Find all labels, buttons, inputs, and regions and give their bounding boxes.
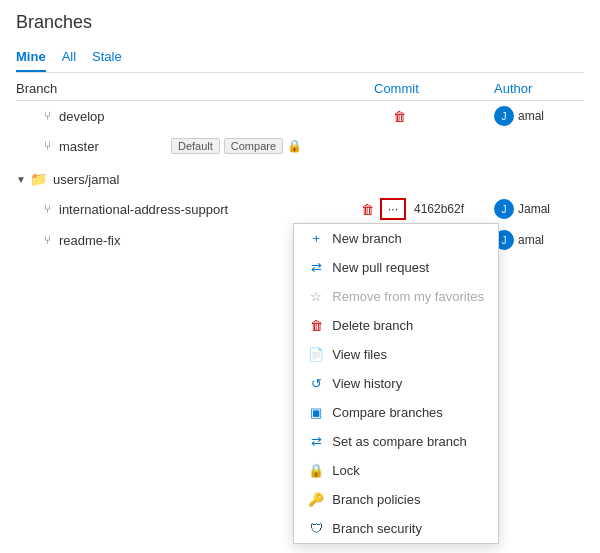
menu-label-branch-policies: Branch policies	[332, 492, 420, 507]
branch-name-international: international-address-support	[59, 202, 361, 217]
menu-label-remove-fav: Remove from my favorites	[332, 289, 484, 304]
branch-icon-develop: ⑂	[44, 109, 51, 123]
page-title: Branches	[16, 12, 584, 33]
menu-item-new-branch[interactable]: + New branch	[294, 224, 498, 253]
lock-icon: 🔒	[308, 463, 324, 478]
more-button-international[interactable]: ···	[380, 198, 406, 220]
remove-fav-icon: ☆	[308, 289, 324, 304]
menu-label-lock: Lock	[332, 463, 359, 478]
branch-group-users-jamal: ▼ 📁 users/jamal ⑂ international-address-…	[16, 165, 584, 255]
col-header-author: Author	[494, 81, 584, 96]
branch-row-master: ⑂ master Default Compare 🔒	[16, 131, 584, 161]
author-develop: J amal	[494, 106, 584, 126]
tab-mine[interactable]: Mine	[16, 43, 46, 72]
branches-page: Branches Mine All Stale Branch Commit Au…	[0, 0, 600, 267]
branch-name-develop: develop	[59, 109, 393, 124]
new-branch-icon: +	[308, 231, 324, 246]
col-header-commit: Commit	[374, 81, 494, 96]
branch-policies-icon: 🔑	[308, 492, 324, 507]
menu-item-new-pr[interactable]: ⇄ New pull request	[294, 253, 498, 282]
menu-label-new-branch: New branch	[332, 231, 401, 246]
branch-actions-develop: 🗑	[393, 109, 406, 124]
menu-item-set-compare[interactable]: ⇄ Set as compare branch	[294, 427, 498, 456]
author-name-readme-fix: amal	[518, 233, 544, 247]
tabs-bar: Mine All Stale	[16, 43, 584, 73]
delete-button-international[interactable]: 🗑	[361, 202, 374, 217]
branch-icon-master: ⑂	[44, 139, 51, 153]
branch-row-develop: ⑂ develop 🗑 J amal	[16, 101, 584, 131]
menu-item-delete-branch[interactable]: 🗑 Delete branch	[294, 311, 498, 340]
context-menu: + New branch ⇄ New pull request ☆ Remove…	[293, 223, 499, 544]
author-name-international: Jamal	[518, 202, 550, 216]
commit-international: 4162b62f	[414, 202, 494, 216]
menu-item-lock[interactable]: 🔒 Lock	[294, 456, 498, 485]
menu-label-view-history: View history	[332, 376, 402, 391]
col-header-branch: Branch	[16, 81, 374, 96]
compare-branches-icon: ▣	[308, 405, 324, 420]
branch-row-international: ⑂ international-address-support 🗑 ··· 41…	[16, 193, 584, 225]
group-name: users/jamal	[53, 172, 119, 187]
tab-stale[interactable]: Stale	[92, 43, 122, 72]
menu-label-compare-branches: Compare branches	[332, 405, 443, 420]
branch-icon-international: ⑂	[44, 202, 51, 216]
avatar-international: J	[494, 199, 514, 219]
avatar-develop: J	[494, 106, 514, 126]
delete-button-develop[interactable]: 🗑	[393, 109, 406, 124]
view-files-icon: 📄	[308, 347, 324, 362]
table-header: Branch Commit Author	[16, 73, 584, 101]
menu-item-view-files[interactable]: 📄 View files	[294, 340, 498, 369]
menu-label-set-compare: Set as compare branch	[332, 434, 466, 449]
menu-label-delete-branch: Delete branch	[332, 318, 413, 333]
menu-item-branch-security[interactable]: 🛡 Branch security	[294, 514, 498, 543]
menu-label-view-files: View files	[332, 347, 387, 362]
lock-icon-master: 🔒	[287, 139, 302, 153]
new-pr-icon: ⇄	[308, 260, 324, 275]
tab-all[interactable]: All	[62, 43, 76, 72]
badge-default: Default	[171, 138, 220, 154]
menu-item-view-history[interactable]: ↺ View history	[294, 369, 498, 398]
group-header-users-jamal[interactable]: ▼ 📁 users/jamal	[16, 165, 584, 193]
branch-row-wrapper-international: ⑂ international-address-support 🗑 ··· 41…	[16, 193, 584, 225]
branch-security-icon: 🛡	[308, 521, 324, 536]
menu-item-branch-policies[interactable]: 🔑 Branch policies	[294, 485, 498, 514]
branch-icon-readme-fix: ⑂	[44, 233, 51, 247]
branch-name-master: master	[59, 139, 171, 154]
branch-actions-international: 🗑 ···	[361, 198, 406, 220]
set-compare-icon: ⇄	[308, 434, 324, 449]
author-readme-fix: J amal	[494, 230, 584, 250]
menu-item-compare-branches[interactable]: ▣ Compare branches	[294, 398, 498, 427]
view-history-icon: ↺	[308, 376, 324, 391]
author-international: J Jamal	[494, 199, 584, 219]
menu-label-branch-security: Branch security	[332, 521, 422, 536]
menu-label-new-pr: New pull request	[332, 260, 429, 275]
menu-item-remove-fav: ☆ Remove from my favorites	[294, 282, 498, 311]
chevron-icon: ▼	[16, 174, 26, 185]
delete-branch-icon: 🗑	[308, 318, 324, 333]
folder-icon: 📁	[30, 171, 47, 187]
badge-compare: Compare	[224, 138, 283, 154]
author-name-develop: amal	[518, 109, 544, 123]
